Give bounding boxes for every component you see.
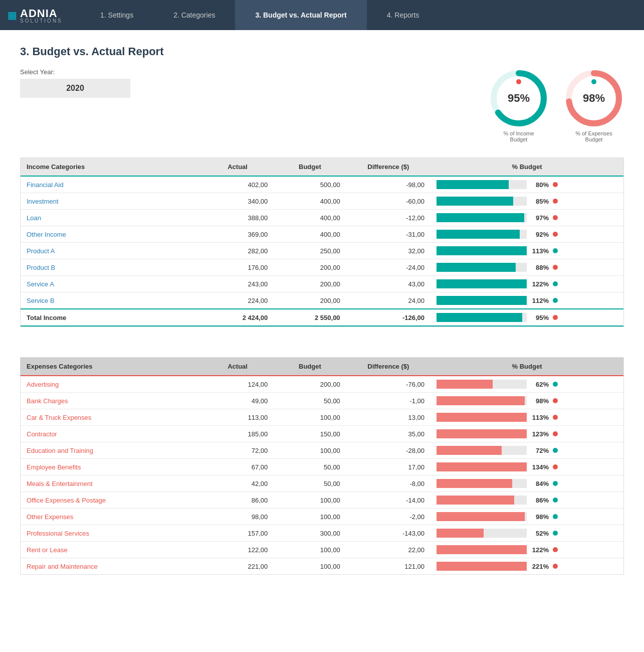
teal-dot <box>553 531 558 536</box>
under-budget-dot <box>553 315 558 320</box>
income-table-row: Service B224,00200,0024,00112% <box>21 292 623 309</box>
expense-actual-cell: 67,00 <box>201 459 274 475</box>
expense-table-row: Contractor185,00150,0035,00123% <box>21 426 623 442</box>
expense-pct-label: 98% <box>531 513 549 521</box>
income-budget-cell: 250,00 <box>274 243 346 259</box>
expense-donut: 98% % of ExpensesBudget <box>564 68 624 142</box>
expense-actual-cell: 86,00 <box>201 492 274 509</box>
income-pct-label: 92% <box>531 231 549 238</box>
income-actual-cell: 282,00 <box>201 243 274 259</box>
income-diff-cell: -126,00 <box>346 309 431 326</box>
teal-dot <box>553 514 558 519</box>
expense-category-cell: Advertising <box>21 376 201 393</box>
expense-category-cell: Rent or Lease <box>21 542 201 558</box>
over-budget-dot <box>553 298 558 303</box>
red-dot <box>553 431 558 436</box>
expense-bar-cell: 52% <box>431 525 623 542</box>
income-bar-cell: 97% <box>431 210 623 226</box>
teal-dot <box>553 382 558 387</box>
expense-category-cell: Bank Charges <box>21 393 201 409</box>
expense-table-row: Repair and Maintenance221,00100,00121,00… <box>21 558 623 575</box>
income-category-cell: Total Income <box>21 309 201 326</box>
svg-point-5 <box>591 79 596 84</box>
expense-col-diff: Difference ($) <box>346 358 431 376</box>
income-category-cell: Service A <box>21 276 201 292</box>
expense-budget-cell: 100,00 <box>274 542 346 558</box>
year-input[interactable] <box>20 79 130 98</box>
over-budget-dot <box>553 281 558 286</box>
under-budget-dot <box>553 232 558 237</box>
expense-category-cell: Repair and Maintenance <box>21 558 201 575</box>
income-category-cell: Investment <box>21 193 201 210</box>
expense-table-row: Car & Truck Expenses113,00100,0013,00113… <box>21 409 623 426</box>
expense-diff-cell: 22,00 <box>346 542 431 558</box>
expense-actual-cell: 122,00 <box>201 542 274 558</box>
expense-diff-cell: -143,00 <box>346 525 431 542</box>
income-diff-cell: -31,00 <box>346 226 431 243</box>
expense-diff-cell: -1,00 <box>346 393 431 409</box>
expense-budget-cell: 150,00 <box>274 426 346 442</box>
logo-text: ADNIA <box>20 7 58 20</box>
income-pct-label: 88% <box>531 264 549 271</box>
income-actual-cell: 224,00 <box>201 292 274 309</box>
nav-tab-budget[interactable]: 3. Budget vs. Actual Report <box>235 0 366 30</box>
expense-category-cell: Office Expenses & Postage <box>21 492 201 509</box>
income-bar-cell: 88% <box>431 259 623 276</box>
income-donut: 95% % of IncomeBudget <box>489 68 549 142</box>
expense-budget-cell: 50,00 <box>274 475 346 492</box>
income-table-row: Service A243,00200,0043,00122% <box>21 276 623 292</box>
income-pct-label: 97% <box>531 214 549 222</box>
nav-tab-reports[interactable]: 4. Reports <box>367 0 440 30</box>
expense-budget-cell: 100,00 <box>274 509 346 525</box>
income-diff-cell: 43,00 <box>346 276 431 292</box>
expense-actual-cell: 185,00 <box>201 426 274 442</box>
nav-tab-settings[interactable]: 1. Settings <box>80 0 153 30</box>
income-pct-label: 122% <box>531 280 549 288</box>
red-dot <box>553 415 558 420</box>
income-pct-label: 95% <box>531 314 549 321</box>
expense-pct-label: 122% <box>531 546 549 554</box>
expense-pct-label: 84% <box>531 480 549 487</box>
income-budget-cell: 200,00 <box>274 292 346 309</box>
income-actual-cell: 369,00 <box>201 226 274 243</box>
income-category-cell: Product B <box>21 259 201 276</box>
svg-point-2 <box>516 79 521 84</box>
expense-diff-cell: -76,00 <box>346 376 431 393</box>
income-table: Income Categories Actual Budget Differen… <box>20 157 624 327</box>
expense-pct-label: 134% <box>531 463 549 471</box>
income-category-cell: Service B <box>21 292 201 309</box>
expense-bar-cell: 134% <box>431 459 623 475</box>
expense-diff-cell: 17,00 <box>346 459 431 475</box>
page-title: 3. Budget vs. Actual Report <box>20 45 624 58</box>
donut-section: 95% % of IncomeBudget 98% % of <box>489 68 624 142</box>
year-label: Select Year: <box>20 68 130 76</box>
expense-diff-cell: -14,00 <box>346 492 431 509</box>
income-col-budget: Budget <box>274 158 346 176</box>
nav-tab-categories[interactable]: 2. Categories <box>153 0 235 30</box>
income-pct-label: 80% <box>531 181 549 189</box>
expense-donut-center: 98% <box>583 92 605 105</box>
expense-table-row: Meals & Entertainment42,0050,00-8,0084% <box>21 475 623 492</box>
expense-actual-cell: 221,00 <box>201 558 274 575</box>
expense-diff-cell: 121,00 <box>346 558 431 575</box>
income-table-row: Other Income369,00400,00-31,0092% <box>21 226 623 243</box>
income-donut-chart: 95% <box>489 68 549 128</box>
teal-dot <box>553 448 558 453</box>
income-actual-cell: 388,00 <box>201 210 274 226</box>
teal-dot <box>553 498 558 503</box>
expense-actual-cell: 157,00 <box>201 525 274 542</box>
income-budget-cell: 400,00 <box>274 193 346 210</box>
income-donut-center: 95% <box>508 92 530 105</box>
income-table-row: Product B176,00200,00-24,0088% <box>21 259 623 276</box>
expense-pct-label: 86% <box>531 497 549 504</box>
income-category-cell: Other Income <box>21 226 201 243</box>
expense-table-row: Advertising124,00200,00-76,0062% <box>21 376 623 393</box>
expense-col-budget: Budget <box>274 358 346 376</box>
income-bar-cell: 113% <box>431 243 623 259</box>
logo-icon: ▦ <box>8 9 17 21</box>
expense-donut-label: % of ExpensesBudget <box>575 130 612 142</box>
income-diff-cell: 24,00 <box>346 292 431 309</box>
logo-text-group: ADNIA SOLUTIONS <box>20 7 63 24</box>
income-bar-cell: 80% <box>431 176 623 193</box>
expense-category-cell: Other Expenses <box>21 509 201 525</box>
